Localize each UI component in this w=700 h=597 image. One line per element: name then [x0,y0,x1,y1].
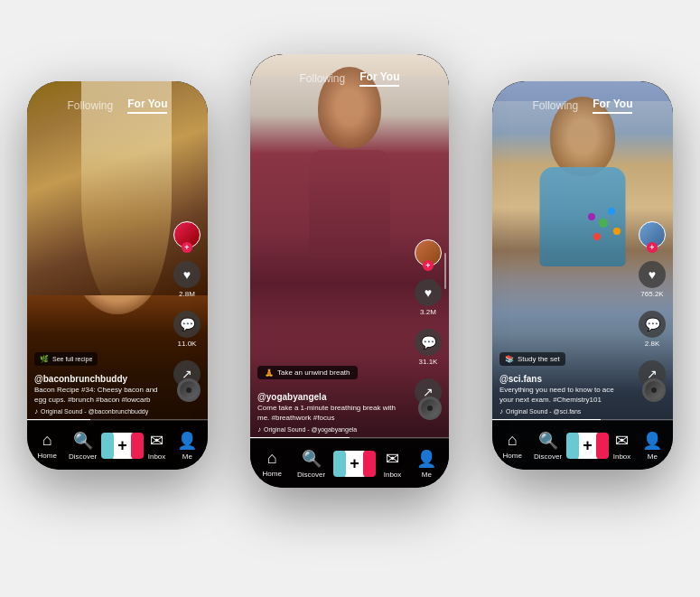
left-avatar-item[interactable]: + [173,221,201,248]
molecule-visual [578,198,628,247]
phone-right: Following For You + ♥ 765.2K 💬 2.8K [492,81,673,470]
right-nav-discover[interactable]: 🔍 Discover [534,431,562,461]
center-avatar-item[interactable]: + [415,239,442,266]
phone-right-bottom: ⌂ Home 🔍 Discover + ✉ Inbox 👤 Me [492,420,673,470]
left-nav-home[interactable]: ⌂ Home [38,431,57,460]
right-banner[interactable]: 📚 Study the set [499,352,565,366]
phones-container: Following For You + ♥ 2.8M 💬 11.0K [0,0,700,597]
center-foryou-tab[interactable]: For You [359,70,399,87]
molecule-3 [588,213,595,220]
center-discover-label: Discover [297,471,325,479]
molecule-2 [613,228,621,235]
left-home-label: Home [38,452,57,460]
right-nav-home[interactable]: ⌂ Home [503,431,522,460]
right-nav-inbox[interactable]: ✉ Inbox [613,431,631,461]
center-inbox-icon: ✉ [386,449,399,469]
center-inbox-label: Inbox [384,471,402,479]
center-disc [418,396,442,420]
left-comment-item[interactable]: 💬 11.0K [173,311,201,348]
left-follow-badge: + [182,242,192,253]
phone-left-bottom: ⌂ Home 🔍 Discover + ✉ Inbox 👤 Me [27,420,208,470]
left-like-count: 2.8M [179,290,195,298]
right-banner-text: Study the set [518,355,560,363]
left-discover-label: Discover [69,452,97,461]
center-add-icon: + [350,454,359,473]
center-like-count: 3.2M [420,308,436,316]
center-avatar: + [415,239,442,266]
left-description: Bacon Recipe #34: Cheesy bacon and egg c… [34,386,163,405]
left-like-item[interactable]: ♥ 2.8M [173,261,201,298]
center-nav-discover[interactable]: 🔍 Discover [297,449,325,479]
phone-left-screen: Following For You + ♥ 2.8M 💬 11.0K [27,81,208,470]
right-me-label: Me [648,452,658,461]
phone-center: Following For You + ♥ 3.2M 💬 31.1K [250,54,449,488]
right-disc [642,378,666,402]
center-username[interactable]: @yogabyangela [257,392,404,402]
left-sound-text: Original Sound - @baconbrunchbuddy [41,408,148,415]
phone-center-screen: Following For You + ♥ 3.2M 💬 31.1K [250,54,449,488]
phone-center-actions: + ♥ 3.2M 💬 31.1K ↗ 3.9K [415,239,442,415]
left-banner-text: See full recipe [52,356,92,362]
left-nav-discover[interactable]: 🔍 Discover [69,431,97,461]
center-following-tab[interactable]: Following [300,72,346,85]
left-disc [177,378,201,402]
center-sound-text: Original Sound - @yogabyangela [264,426,357,433]
right-avatar: + [639,221,666,248]
molecule-center [599,219,608,228]
right-follow-badge: + [647,242,658,253]
left-banner[interactable]: 🌿 See full recipe [34,352,98,366]
right-avatar-item[interactable]: + [639,221,666,248]
right-like-icon: ♥ [639,261,666,288]
center-nav-home[interactable]: ⌂ Home [263,449,282,478]
phone-left: Following For You + ♥ 2.8M 💬 11.0K [27,81,208,470]
left-foryou-tab[interactable]: For You [127,98,167,114]
phone-center-content: @yogabyangela Come take a 1-minute breat… [257,392,404,434]
phone-left-content: @baconbrunchbuddy Bacon Recipe #34: Chee… [34,374,163,415]
center-add-button[interactable]: + [341,451,369,477]
left-comment-count: 11.0K [178,340,197,348]
right-add-button[interactable]: + [574,433,602,459]
center-comment-item[interactable]: 💬 31.1K [415,329,442,366]
center-description: Come take a 1-minute breathing break wit… [257,404,404,423]
center-nav-me[interactable]: 👤 Me [416,449,436,479]
right-sound-text: Original Sound - @sci.fans [506,408,581,415]
left-music-icon: ♪ [34,407,38,415]
left-username[interactable]: @baconbrunchbuddy [34,374,163,384]
center-like-item[interactable]: ♥ 3.2M [415,279,442,316]
right-nav-me[interactable]: 👤 Me [642,431,662,461]
phone-right-screen: Following For You + ♥ 765.2K 💬 2.8K [492,81,673,470]
phone-right-content: @sci.fans Everything you need to know to… [499,374,628,415]
yoga-torso [309,150,390,258]
center-scroll-indicator [444,253,446,289]
right-comment-icon: 💬 [639,311,666,338]
right-following-tab[interactable]: Following [533,99,579,112]
left-like-icon: ♥ [173,261,201,288]
right-username[interactable]: @sci.fans [499,374,628,384]
phone-right-nav: Following For You [492,98,673,114]
phone-right-actions: + ♥ 765.2K 💬 2.8K ↗ 1.9K [639,221,666,397]
right-inbox-icon: ✉ [615,431,629,451]
left-nav-inbox[interactable]: ✉ Inbox [148,431,166,461]
right-like-item[interactable]: ♥ 765.2K [639,261,666,298]
left-avatar: + [173,221,201,248]
center-home-label: Home [263,470,282,478]
right-like-count: 765.2K [640,290,663,298]
center-nav-inbox[interactable]: ✉ Inbox [384,449,402,479]
left-following-tab[interactable]: Following [68,99,114,112]
left-add-button[interactable]: + [108,433,136,459]
center-sound: ♪ Original Sound - @yogabyangela [257,425,404,434]
left-nav-me[interactable]: 👤 Me [177,431,197,461]
right-comment-item[interactable]: 💬 2.8K [639,311,666,348]
center-banner-text: Take an unwind breath [277,368,350,377]
center-banner[interactable]: 🧘 Take an unwind breath [257,366,358,379]
right-comment-count: 2.8K [645,340,659,348]
center-me-icon: 👤 [416,449,436,469]
center-like-icon: ♥ [415,279,442,306]
left-me-label: Me [182,452,192,461]
phone-center-nav: Following For You [250,70,449,87]
molecule-1 [608,208,615,215]
right-inbox-label: Inbox [613,452,631,461]
left-inbox-icon: ✉ [150,431,163,451]
right-foryou-tab[interactable]: For You [593,98,632,114]
right-sound: ♪ Original Sound - @sci.fans [499,407,628,415]
